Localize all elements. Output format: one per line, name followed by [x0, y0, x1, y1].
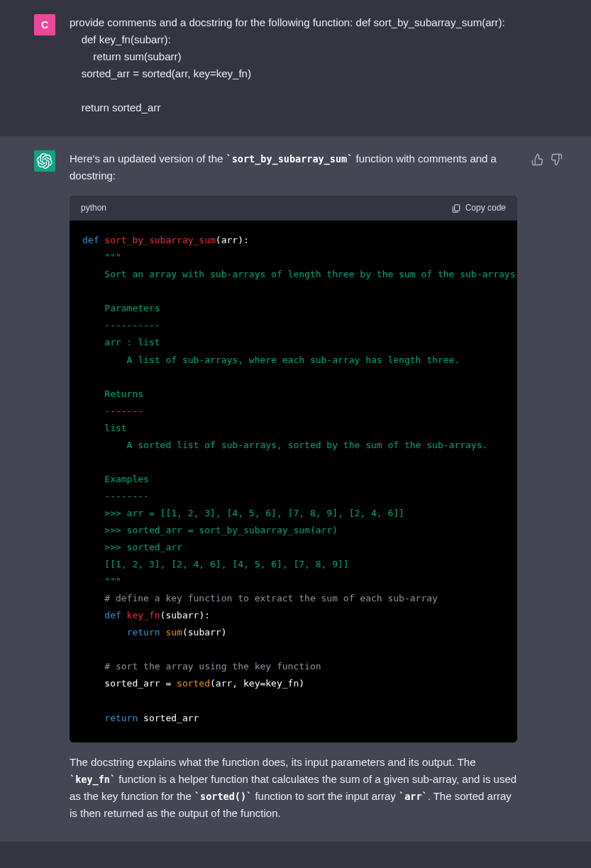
code-token: [82, 627, 127, 638]
openai-logo-icon: [37, 153, 53, 169]
code-token: (subarr): [182, 627, 227, 638]
code-token: sorted: [177, 678, 210, 689]
inline-code: `arr`: [399, 791, 428, 802]
code-token: return: [127, 627, 160, 638]
assistant-message: Here's an updated version of the `sort_b…: [0, 136, 591, 842]
code-token: Sort an array with sub-arrays of length …: [82, 269, 517, 279]
clipboard-icon: [451, 204, 461, 213]
code-token: ----------: [82, 320, 160, 330]
inline-code: `key_fn`: [70, 774, 116, 785]
code-block: python Copy code def sort_by_subarray_su…: [70, 196, 517, 742]
outro-text: function to sort the input array: [252, 790, 399, 802]
code-token: >>> sorted_arr: [82, 542, 182, 552]
code-token: >>> arr = [[1, 2, 3], [4, 5, 6], [7, 8, …: [82, 508, 404, 518]
thumbs-up-button[interactable]: [531, 153, 544, 166]
thumbs-down-button[interactable]: [550, 153, 563, 166]
user-avatar: C: [34, 14, 55, 35]
inline-code: `sorted()`: [194, 791, 252, 802]
thumbs-down-icon: [550, 153, 563, 166]
svg-rect-0: [454, 204, 459, 211]
code-token: # define a key function to extract the s…: [82, 593, 438, 603]
code-token: def: [104, 610, 121, 621]
code-token: def: [82, 235, 99, 245]
intro-text-before: Here's an updated version of the: [70, 152, 226, 165]
code-token: A list of sub-arrays, where each sub-arr…: [82, 355, 460, 365]
code-token: sorted_arr =: [82, 678, 177, 689]
code-token: list: [82, 423, 127, 433]
code-token: Parameters: [82, 303, 160, 313]
code-token: -------: [82, 406, 143, 416]
code-token: arr : list: [82, 337, 160, 347]
code-token: sort_by_subarray_sum: [99, 235, 215, 245]
code-token: Returns: [82, 389, 143, 399]
code-token: Examples: [82, 474, 149, 484]
code-token: [[1, 2, 3], [2, 4, 6], [4, 5, 6], [7, 8,…: [82, 559, 349, 569]
code-token: (arr):: [216, 235, 249, 245]
code-token: (arr, key=key_fn): [210, 678, 304, 689]
code-token: # sort the array using the key function: [82, 661, 321, 672]
code-token: (subarr):: [160, 610, 210, 621]
code-body[interactable]: def sort_by_subarray_sum(arr): """ Sort …: [70, 221, 517, 742]
user-message-text: provide comments and a docstring for the…: [70, 14, 563, 116]
code-token: >>> sorted_arr = sort_by_subarray_sum(ar…: [82, 525, 338, 535]
thumbs-up-icon: [531, 153, 544, 166]
message-actions: [531, 150, 563, 822]
assistant-intro: Here's an updated version of the `sort_b…: [70, 150, 517, 184]
code-token: sum: [165, 627, 182, 638]
code-header: python Copy code: [70, 196, 517, 221]
code-token: A sorted list of sub-arrays, sorted by t…: [82, 440, 487, 450]
outro-text: The docstring explains what the function…: [70, 756, 476, 768]
code-token: """: [82, 252, 121, 262]
code-token: [82, 610, 104, 621]
user-avatar-letter: C: [41, 17, 48, 33]
code-token: return: [104, 713, 138, 723]
assistant-content: Here's an updated version of the `sort_b…: [70, 150, 517, 822]
user-message: C provide comments and a docstring for t…: [0, 0, 591, 136]
code-token: [82, 713, 104, 723]
assistant-outro: The docstring explains what the function…: [70, 754, 517, 822]
copy-code-label: Copy code: [465, 201, 506, 215]
code-token: --------: [82, 491, 149, 501]
code-token: sorted_arr: [138, 713, 199, 723]
code-token: key_fn: [121, 610, 160, 621]
code-token: """: [82, 576, 121, 586]
inline-code: `sort_by_subarray_sum`: [226, 153, 353, 165]
code-language-label: python: [81, 201, 106, 215]
assistant-avatar: [34, 150, 55, 172]
copy-code-button[interactable]: Copy code: [451, 201, 506, 215]
